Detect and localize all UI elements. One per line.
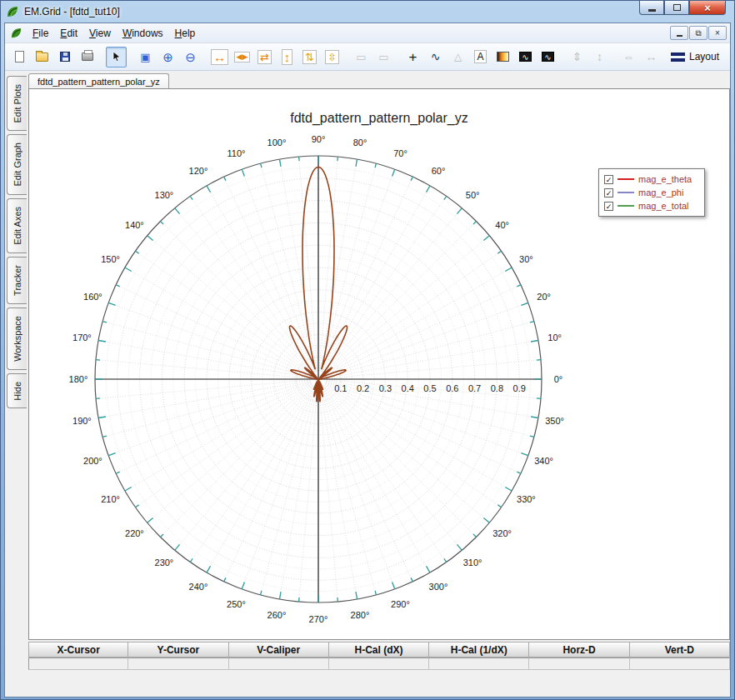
- legend-line-sample: [618, 192, 634, 193]
- print-button[interactable]: [77, 47, 98, 68]
- sidebar-tab-edit-plots[interactable]: Edit Plots: [7, 76, 27, 131]
- grid-spoke: [299, 388, 318, 602]
- angle-tick: [98, 341, 106, 342]
- angle-label: 40°: [495, 220, 509, 230]
- angle-tick: [537, 398, 541, 399]
- cursor-value-cell: [630, 658, 730, 670]
- angle-tick: [392, 582, 395, 588]
- layout-control[interactable]: Layout: [671, 51, 719, 62]
- maximize-button[interactable]: [664, 1, 689, 15]
- angle-tick: [261, 591, 262, 595]
- angle-tick: [224, 578, 226, 582]
- toolbar-separator: [395, 48, 402, 65]
- legend-checkbox-mag-e-phi[interactable]: ✓: [604, 188, 613, 198]
- angle-tick: [356, 159, 358, 167]
- frame-filled-button[interactable]: ▭: [373, 47, 394, 68]
- angle-tick: [280, 159, 282, 167]
- expand-vertical-icon: ↕: [282, 49, 293, 65]
- angle-label: 30°: [519, 254, 533, 264]
- wave-black-2-button[interactable]: ∿: [538, 47, 558, 68]
- wave-black-1-button[interactable]: ∿: [515, 47, 536, 68]
- text-annotation-button[interactable]: A: [470, 47, 491, 68]
- toolbar-buttons: ▣⊕⊖↔◀▶⇄↕⇅⇳▭▭+∿△A∿∿⇕↕⇔↔: [8, 47, 662, 68]
- angle-tick: [356, 592, 358, 599]
- layout-label: Layout: [689, 51, 719, 62]
- fit-horizontal-button[interactable]: ↔: [641, 47, 662, 68]
- sidebar-tab-edit-axes[interactable]: Edit Axes: [7, 198, 27, 253]
- sidebar-tab-workspace[interactable]: Workspace: [7, 308, 27, 370]
- radial-label: 0.8: [491, 383, 503, 393]
- zoom-window-button[interactable]: ▣: [135, 47, 156, 68]
- expand-vertical-button[interactable]: ↕: [277, 47, 298, 68]
- center-horizontal-button[interactable]: ⇄: [254, 47, 275, 68]
- new-document-button[interactable]: [9, 47, 30, 68]
- center-vertical-icon: ⇳: [325, 50, 339, 64]
- menu-item-help[interactable]: Help: [169, 25, 202, 42]
- sidebar-tab-tracker[interactable]: Tracker: [7, 257, 27, 304]
- zoom-in-icon: ⊕: [162, 51, 173, 63]
- pan-vertical-button[interactable]: ⇕: [567, 47, 588, 68]
- sidebar-tab-hide[interactable]: Hide: [7, 373, 27, 409]
- grid-spoke: [327, 322, 534, 378]
- curve-tracker-button[interactable]: ∿: [425, 47, 446, 68]
- polygon-button[interactable]: △: [448, 47, 468, 68]
- zoom-out-button[interactable]: ⊖: [180, 47, 201, 68]
- close-button[interactable]: ×: [689, 1, 726, 15]
- legend-item-mag-e-total: ✓mag_e_total: [604, 199, 699, 212]
- grid-spoke: [322, 387, 430, 572]
- angle-tick: [531, 417, 538, 418]
- center-vertical-button[interactable]: ⇳: [322, 47, 342, 68]
- menu-item-view[interactable]: View: [83, 25, 117, 42]
- sidebar-tab-label: Workspace: [12, 316, 22, 362]
- grid-spoke: [326, 302, 528, 376]
- grid-spoke: [98, 341, 310, 378]
- expand-horizontal-button[interactable]: ↔: [209, 47, 230, 68]
- radial-label: 0.4: [402, 383, 414, 393]
- angle-label: 310°: [463, 558, 482, 568]
- zoom-window-icon: ▣: [140, 52, 150, 62]
- angle-label: 290°: [391, 599, 410, 609]
- pan-horizontal-button[interactable]: ⇔: [618, 47, 639, 68]
- split-horizontal-button[interactable]: ◀▶: [232, 47, 252, 68]
- sidebar-tab-edit-graph[interactable]: Edit Graph: [7, 134, 27, 195]
- angle-tick: [521, 453, 528, 456]
- legend-label: mag_e_theta: [638, 174, 692, 184]
- zoom-in-button[interactable]: ⊕: [158, 47, 178, 68]
- menu-item-file[interactable]: File: [27, 25, 54, 42]
- titlebar[interactable]: EM.Grid - [fdtd_tut10] ×: [1, 1, 734, 22]
- radial-label: 0.9: [513, 383, 526, 393]
- child-close-button[interactable]: ×: [708, 26, 727, 40]
- legend-line-sample: [618, 205, 634, 207]
- crosshair-button[interactable]: +: [402, 47, 423, 68]
- save-button[interactable]: [54, 47, 75, 68]
- split-vertical-button[interactable]: ⇅: [299, 47, 320, 68]
- plot-panel[interactable]: 0°10°20°30°40°50°60°70°80°90°100°110°120…: [28, 88, 730, 640]
- menu-bar: FileEditViewWindowsHelp ⧉ ×: [5, 23, 730, 43]
- select-pointer-button[interactable]: [106, 47, 127, 68]
- polygon-icon: △: [454, 52, 462, 62]
- angle-tick: [190, 558, 192, 562]
- open-file-button[interactable]: [32, 47, 52, 68]
- fit-vertical-button[interactable]: ↕: [589, 47, 610, 68]
- frame-outline-button[interactable]: ▭: [351, 47, 372, 68]
- child-restore-button[interactable]: ⧉: [689, 26, 708, 40]
- angle-label: 220°: [125, 528, 144, 538]
- document-tab[interactable]: fdtd_pattern_pattern_polar_yz: [28, 73, 169, 88]
- cursor-col-horz-d: Horz-D: [529, 642, 629, 658]
- toolbar-separator: [343, 48, 350, 65]
- angle-label: 0°: [554, 374, 563, 384]
- new-document-icon: [15, 51, 24, 62]
- angle-label: 260°: [268, 610, 287, 620]
- child-minimize-button[interactable]: [670, 26, 688, 40]
- angle-tick: [411, 578, 412, 582]
- minimize-button[interactable]: [639, 1, 664, 15]
- cursor-value-cell: [229, 658, 329, 670]
- colormap-button[interactable]: [492, 47, 513, 68]
- angle-tick: [125, 268, 132, 272]
- legend-checkbox-mag-e-theta[interactable]: ✓: [604, 175, 613, 184]
- angle-label: 90°: [312, 134, 326, 144]
- menu-item-edit[interactable]: Edit: [54, 25, 83, 42]
- legend-checkbox-mag-e-total[interactable]: ✓: [604, 202, 613, 211]
- menu-item-windows[interactable]: Windows: [117, 25, 169, 42]
- angle-label: 70°: [393, 148, 408, 158]
